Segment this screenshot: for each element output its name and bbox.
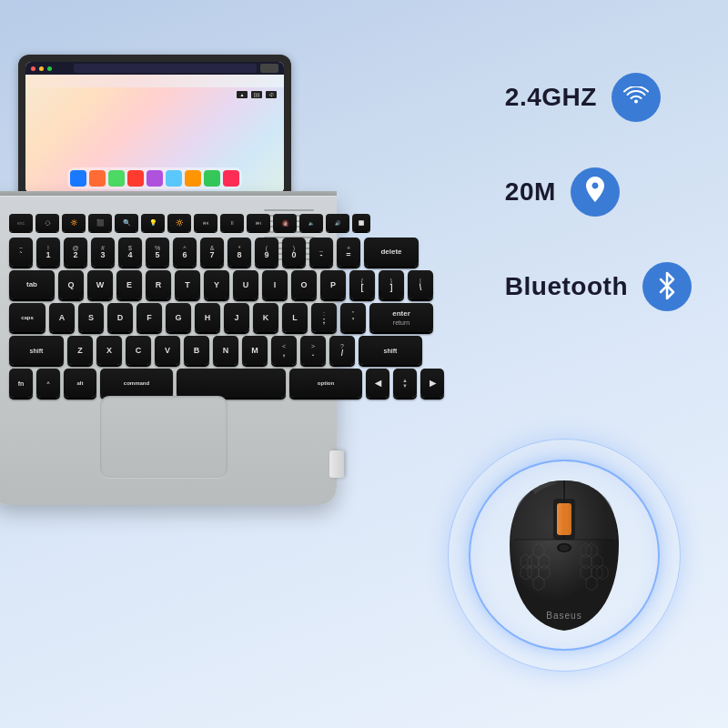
- key-4[interactable]: $4: [118, 238, 142, 267]
- laptop-container: ▲ )))) ⏱: [0, 0, 364, 728]
- key-f11[interactable]: 🔈: [299, 214, 323, 232]
- key-v[interactable]: V: [155, 336, 180, 365]
- key-f[interactable]: F: [136, 303, 162, 332]
- laptop-body: ▲ )))) ⏱: [0, 55, 337, 582]
- key-slash[interactable]: ?/: [329, 336, 355, 365]
- bluetooth-icon-circle: [642, 262, 692, 311]
- feature-bluetooth: Bluetooth: [505, 262, 692, 311]
- key-shift-right[interactable]: shift: [359, 336, 422, 365]
- key-b[interactable]: B: [184, 336, 209, 365]
- trackpad[interactable]: [100, 396, 228, 478]
- key-3[interactable]: #3: [91, 238, 115, 267]
- key-5[interactable]: %5: [146, 238, 169, 267]
- key-1[interactable]: !1: [36, 238, 60, 267]
- key-g[interactable]: G: [166, 303, 191, 332]
- key-f9[interactable]: ⏭: [247, 214, 270, 232]
- key-minus[interactable]: _-: [309, 238, 333, 267]
- key-f10[interactable]: 🔇: [273, 214, 297, 232]
- key-q[interactable]: Q: [58, 270, 84, 299]
- key-6[interactable]: ^6: [173, 238, 197, 267]
- key-tab[interactable]: tab: [9, 270, 55, 299]
- key-l[interactable]: L: [282, 303, 308, 332]
- dock-icon: [166, 170, 182, 187]
- key-row-numbers: ~` !1 @2 #3 $4 %5 ^6 &7 *8 (9 )0 _- += d…: [9, 238, 318, 267]
- key-f1[interactable]: 🌣: [35, 214, 59, 232]
- key-quote[interactable]: "': [340, 303, 366, 332]
- wifi-icon: [622, 86, 650, 108]
- key-t[interactable]: T: [175, 270, 200, 299]
- key-escape[interactable]: esc: [9, 214, 33, 232]
- location-icon: [582, 177, 608, 207]
- key-8[interactable]: *8: [228, 238, 251, 267]
- key-f8[interactable]: ⏸: [220, 214, 244, 232]
- key-e[interactable]: E: [116, 270, 142, 299]
- bluetooth-icon: [657, 271, 677, 302]
- key-f12[interactable]: 🔊: [326, 214, 349, 232]
- key-f2[interactable]: 🔅: [62, 214, 86, 232]
- key-k[interactable]: K: [253, 303, 278, 332]
- keyboard-base: esc 🌣 🔅 ⬛ 🔍 💡 🔆 ⏮ ⏸ ⏭ 🔇 🔈 🔊 ⬜: [0, 196, 337, 505]
- key-o[interactable]: O: [291, 270, 317, 299]
- key-u[interactable]: U: [233, 270, 258, 299]
- key-tilde[interactable]: ~`: [9, 238, 33, 267]
- key-bracket-left[interactable]: {[: [349, 270, 375, 299]
- feature-24ghz: 2.4GHZ: [505, 73, 692, 122]
- key-w[interactable]: W: [87, 270, 113, 299]
- key-n[interactable]: N: [213, 336, 238, 365]
- key-0[interactable]: )0: [282, 238, 306, 267]
- key-control[interactable]: ^: [36, 369, 60, 398]
- key-period[interactable]: >.: [300, 336, 326, 365]
- key-m[interactable]: M: [242, 336, 268, 365]
- key-option[interactable]: option: [289, 369, 362, 398]
- mouse-section: Baseus: [446, 437, 682, 673]
- key-capslock[interactable]: caps: [9, 303, 46, 332]
- key-i[interactable]: I: [262, 270, 288, 299]
- key-d[interactable]: D: [107, 303, 133, 332]
- key-bracket-right[interactable]: }]: [379, 270, 404, 299]
- screen-max-dot: [47, 66, 52, 71]
- location-icon-circle: [571, 167, 620, 217]
- key-space[interactable]: [177, 369, 286, 398]
- key-shift-left[interactable]: shift: [9, 336, 64, 365]
- key-alt-left[interactable]: alt: [64, 369, 96, 398]
- key-fn[interactable]: fn: [9, 369, 33, 398]
- key-r[interactable]: R: [146, 270, 171, 299]
- key-arrow-up-down[interactable]: ▲ ▼: [393, 369, 417, 398]
- key-j[interactable]: J: [224, 303, 249, 332]
- key-equal[interactable]: +=: [337, 238, 360, 267]
- key-f6[interactable]: 🔆: [167, 214, 191, 232]
- key-arrow-right[interactable]: ▶: [420, 369, 444, 398]
- key-x[interactable]: X: [96, 336, 122, 365]
- key-s[interactable]: S: [78, 303, 104, 332]
- screen-close-dot: [31, 66, 35, 71]
- fn-row: esc 🌣 🔅 ⬛ 🔍 💡 🔆 ⏮ ⏸ ⏭ 🔇 🔈 🔊 ⬜: [9, 214, 318, 232]
- key-p[interactable]: P: [320, 270, 346, 299]
- key-row-modifiers: fn ^ alt command option ◀ ▲ ▼ ▶: [9, 369, 318, 398]
- key-2[interactable]: @2: [64, 238, 87, 267]
- status-bar-right: ▲ )))) ⏱: [237, 91, 277, 98]
- dock-icon: [70, 170, 86, 187]
- key-backslash[interactable]: |\: [408, 270, 433, 299]
- key-f5[interactable]: 💡: [141, 214, 165, 232]
- key-f4[interactable]: 🔍: [115, 214, 138, 232]
- key-9[interactable]: (9: [255, 238, 278, 267]
- key-y[interactable]: Y: [204, 270, 229, 299]
- key-command[interactable]: command: [100, 369, 173, 398]
- key-z[interactable]: Z: [67, 336, 93, 365]
- screen-content: ▲ )))) ⏱: [25, 62, 284, 193]
- key-semicolon[interactable]: :;: [311, 303, 337, 332]
- key-delete[interactable]: delete: [364, 238, 419, 267]
- key-f7[interactable]: ⏮: [194, 214, 217, 232]
- key-enter[interactable]: enter return: [369, 303, 433, 332]
- key-c[interactable]: C: [126, 336, 151, 365]
- key-a[interactable]: A: [49, 303, 75, 332]
- key-comma[interactable]: <,: [271, 336, 297, 365]
- key-f3[interactable]: ⬛: [88, 214, 112, 232]
- key-7[interactable]: &7: [200, 238, 224, 267]
- key-arrow-left[interactable]: ◀: [366, 369, 389, 398]
- key-h[interactable]: H: [195, 303, 220, 332]
- key-touchid[interactable]: ⬜: [352, 214, 370, 232]
- mouse-glow-inner-ring: [469, 460, 660, 651]
- feature-24ghz-label: 2.4GHZ: [505, 83, 597, 112]
- key-row-asdf: caps A S D F G H J K L :; "' enter retur…: [9, 303, 318, 332]
